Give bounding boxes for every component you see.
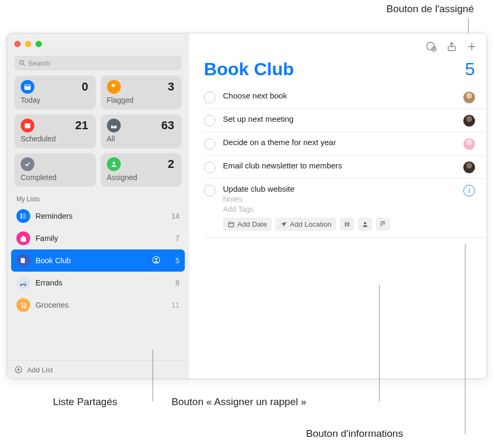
svg-point-6 xyxy=(112,162,115,164)
smart-scheduled[interactable]: 21 Scheduled xyxy=(14,114,96,148)
svg-point-22 xyxy=(427,42,435,50)
complete-toggle[interactable] xyxy=(204,92,216,103)
list-name: Family xyxy=(35,234,162,243)
reminder-title: Email club newsletter to members xyxy=(223,161,456,170)
list-total-count: 5 xyxy=(465,59,475,79)
svg-point-18 xyxy=(25,307,26,308)
assignee-avatar[interactable] xyxy=(463,92,475,103)
list-header: Book Club 5 xyxy=(189,57,487,86)
list-name: Groceries xyxy=(35,301,162,309)
new-reminder-button[interactable] xyxy=(467,41,477,52)
check-icon xyxy=(21,157,34,171)
list-name: Errands xyxy=(35,279,162,287)
svg-rect-27 xyxy=(229,222,234,227)
reminder-title: Set up next meeting xyxy=(223,114,456,123)
reminder-chip-row: Add Date Add Location xyxy=(223,218,456,231)
complete-toggle[interactable] xyxy=(204,138,216,150)
reminder-row[interactable]: Set up next meeting xyxy=(204,109,487,132)
search-input[interactable]: Search xyxy=(14,56,182,70)
reminder-row[interactable]: Decide on a theme for next year xyxy=(204,132,487,156)
svg-point-33 xyxy=(364,222,366,224)
collaborate-button[interactable] xyxy=(425,41,437,52)
complete-toggle[interactable] xyxy=(204,162,216,173)
assignee-avatar[interactable] xyxy=(463,162,475,173)
callout-assign-reminder: Bouton « Assigner un rappel » xyxy=(172,396,307,408)
svg-line-1 xyxy=(23,64,25,66)
add-tag-chip[interactable] xyxy=(340,218,354,231)
reminder-row[interactable]: Email club newsletter to members xyxy=(204,156,487,179)
reminder-tags-field[interactable]: Add Tags xyxy=(223,205,456,213)
svg-point-11 xyxy=(21,218,22,219)
complete-toggle[interactable] xyxy=(204,115,216,127)
svg-point-9 xyxy=(21,216,22,217)
minimize-window-button[interactable] xyxy=(25,41,31,47)
smart-all-label: All xyxy=(107,135,176,143)
svg-point-0 xyxy=(20,60,23,64)
svg-line-29 xyxy=(345,222,346,227)
reminder-row[interactable]: Choose next book xyxy=(204,86,487,109)
share-button[interactable] xyxy=(446,41,457,52)
smart-flagged[interactable]: 3 Flagged xyxy=(101,76,182,110)
search-placeholder: Search xyxy=(28,59,50,67)
assign-reminder-chip[interactable] xyxy=(358,218,372,231)
sidebar-item-reminders[interactable]: Reminders 14 xyxy=(7,205,189,227)
calendar-icon xyxy=(21,119,34,132)
tray-icon xyxy=(107,119,121,132)
callout-line xyxy=(153,350,153,401)
sidebar-item-groceries[interactable]: Groceries 11 xyxy=(7,294,189,316)
assignee-avatar[interactable] xyxy=(463,138,475,150)
info-button[interactable]: i xyxy=(463,185,475,196)
smart-assigned-label: Assigned xyxy=(107,173,176,182)
chip-label: Add Location xyxy=(290,220,331,228)
hash-icon xyxy=(344,221,351,228)
collaborate-icon xyxy=(425,41,437,52)
reminder-notes-field[interactable]: Notes xyxy=(223,195,456,203)
svg-point-14 xyxy=(155,258,157,260)
flag-icon xyxy=(380,221,387,228)
cart-icon xyxy=(16,298,30,312)
add-list-label: Add List xyxy=(27,366,53,374)
smart-completed-label: Completed xyxy=(21,173,89,182)
plus-circle-icon xyxy=(14,365,23,374)
smart-completed[interactable]: Completed xyxy=(14,153,96,187)
callout-line xyxy=(379,285,380,401)
list-count: 5 xyxy=(167,256,180,265)
smart-today-count: 0 xyxy=(82,80,88,94)
reminder-row-expanded[interactable]: Update club website Notes Add Tags Add D… xyxy=(204,179,487,238)
toolbar xyxy=(189,33,487,57)
sidebar-item-family[interactable]: Family 7 xyxy=(7,227,189,249)
smart-assigned-count: 2 xyxy=(168,157,174,171)
callout-line xyxy=(465,244,465,434)
fullscreen-window-button[interactable] xyxy=(35,41,42,47)
add-list-button[interactable]: Add List xyxy=(7,360,189,379)
close-window-button[interactable] xyxy=(14,41,21,47)
callout-assignee: Bouton de l'assigné xyxy=(387,3,474,15)
assignee-avatar[interactable] xyxy=(463,115,475,127)
list-title: Book Club xyxy=(204,59,294,79)
svg-point-17 xyxy=(22,307,23,308)
app-window: Search 0 Today 3 Flagged xyxy=(6,33,487,379)
svg-point-16 xyxy=(24,284,26,286)
smart-today[interactable]: 0 Today xyxy=(14,76,96,110)
content-area: Book Club 5 Choose next book Set up next… xyxy=(189,33,487,379)
flag-icon xyxy=(107,80,121,94)
sidebar-item-book-club[interactable]: Book Club 5 xyxy=(11,249,185,272)
callout-info-button: Bouton d'informations xyxy=(306,428,403,440)
list-name: Reminders xyxy=(35,212,162,220)
sidebar: Search 0 Today 3 Flagged xyxy=(7,33,189,379)
scooter-icon xyxy=(16,276,30,290)
reminder-title: Decide on a theme for next year xyxy=(223,138,456,147)
plus-icon xyxy=(467,41,477,52)
reminders-list: Choose next book Set up next meeting Dec… xyxy=(189,86,487,238)
sidebar-item-errands[interactable]: Errands 8 xyxy=(7,272,189,294)
add-date-chip[interactable]: Add Date xyxy=(223,218,272,231)
smart-all[interactable]: 63 All xyxy=(101,114,182,148)
book-icon xyxy=(16,254,30,267)
smart-assigned[interactable]: 2 Assigned xyxy=(101,153,182,187)
list-bullets-icon xyxy=(16,209,30,223)
flag-chip[interactable] xyxy=(376,218,390,231)
person-icon xyxy=(107,157,121,171)
share-icon xyxy=(446,41,457,52)
complete-toggle[interactable] xyxy=(204,185,216,196)
add-location-chip[interactable]: Add Location xyxy=(275,218,336,231)
